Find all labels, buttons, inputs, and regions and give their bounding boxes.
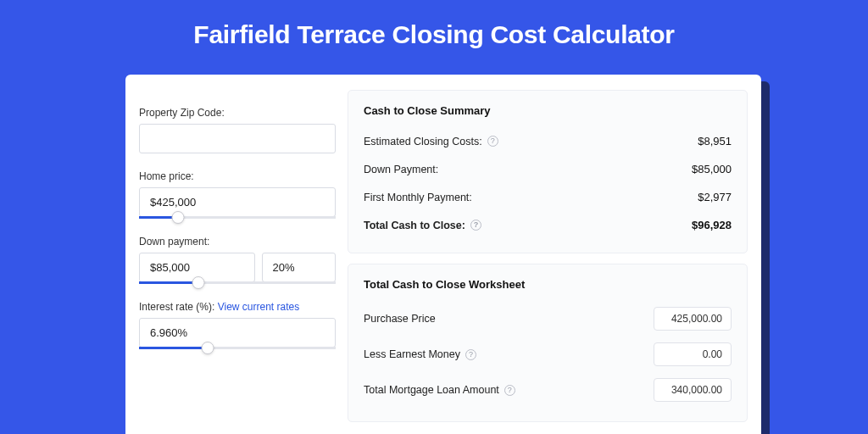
interest-label-text: Interest rate (%):: [139, 301, 218, 313]
summary-title: Cash to Close Summary: [364, 104, 732, 117]
down-payment-pct-input[interactable]: [262, 253, 336, 282]
worksheet-row: Less Earnest Money ?: [364, 337, 732, 372]
view-rates-link[interactable]: View current rates: [218, 301, 300, 313]
worksheet-row: Purchase Price: [364, 301, 732, 337]
results-main: Cash to Close Summary Estimated Closing …: [348, 90, 748, 432]
worksheet-label-text: Purchase Price: [364, 313, 436, 325]
row-label: Down Payment:: [364, 164, 438, 175]
summary-row: First Monthly Payment: $2,977: [364, 183, 732, 211]
help-icon[interactable]: ?: [465, 349, 476, 360]
zip-input[interactable]: [139, 124, 336, 153]
summary-row: Estimated Closing Costs: ? $8,951: [364, 127, 732, 155]
down-payment-label: Down payment:: [139, 236, 336, 248]
worksheet-row: Total Mortgage Loan Amount ?: [364, 372, 732, 408]
calculator-card: Property Zip Code: Home price: Down paym…: [125, 75, 761, 434]
row-label-text: First Monthly Payment:: [364, 192, 472, 203]
interest-input[interactable]: [139, 318, 336, 348]
total-label-text: Total Cash to Close:: [364, 220, 465, 231]
input-sidebar: Property Zip Code: Home price: Down paym…: [139, 90, 336, 432]
home-price-slider[interactable]: [139, 216, 336, 219]
down-payment-row: [139, 253, 336, 282]
home-price-input[interactable]: [139, 187, 336, 217]
worksheet-label-text: Total Mortgage Loan Amount: [364, 384, 499, 396]
zip-field-group: Property Zip Code:: [139, 107, 336, 153]
home-price-label: Home price:: [139, 170, 336, 182]
mortgage-amount-input[interactable]: [654, 378, 732, 402]
total-value: $96,928: [692, 219, 732, 231]
row-value: $85,000: [692, 163, 732, 175]
purchase-price-input[interactable]: [654, 307, 732, 331]
worksheet-section: Total Cash to Close Worksheet Purchase P…: [348, 264, 748, 422]
help-icon[interactable]: ?: [504, 385, 515, 396]
worksheet-label-text: Less Earnest Money: [364, 348, 460, 360]
down-payment-field-group: Down payment:: [139, 236, 336, 284]
interest-slider[interactable]: [139, 347, 336, 349]
interest-label: Interest rate (%): View current rates: [139, 301, 336, 313]
slider-fill: [139, 347, 208, 349]
slider-fill: [139, 281, 198, 284]
row-label-text: Estimated Closing Costs:: [364, 136, 482, 147]
worksheet-label: Purchase Price: [364, 313, 436, 325]
earnest-money-input[interactable]: [654, 342, 732, 366]
row-value: $2,977: [698, 191, 732, 203]
slider-thumb[interactable]: [172, 211, 185, 224]
home-price-field-group: Home price:: [139, 170, 336, 219]
help-icon[interactable]: ?: [470, 220, 481, 231]
zip-label: Property Zip Code:: [139, 107, 336, 119]
summary-section: Cash to Close Summary Estimated Closing …: [348, 90, 748, 253]
row-label: First Monthly Payment:: [364, 192, 472, 203]
slider-thumb[interactable]: [192, 276, 204, 289]
down-payment-slider[interactable]: [139, 281, 336, 284]
summary-total-row: Total Cash to Close: ? $96,928: [364, 211, 732, 239]
worksheet-label: Less Earnest Money ?: [364, 348, 476, 360]
row-label-text: Down Payment:: [364, 164, 438, 175]
page-title: Fairfield Terrace Closing Cost Calculato…: [0, 0, 868, 68]
worksheet-title: Total Cash to Close Worksheet: [364, 278, 732, 291]
help-icon[interactable]: ?: [487, 136, 498, 147]
row-value: $8,951: [698, 135, 732, 147]
row-label: Estimated Closing Costs: ?: [364, 136, 498, 147]
total-label: Total Cash to Close: ?: [364, 220, 481, 231]
slider-thumb[interactable]: [202, 342, 214, 354]
interest-field-group: Interest rate (%): View current rates: [139, 301, 336, 349]
worksheet-label: Total Mortgage Loan Amount ?: [364, 384, 515, 396]
summary-row: Down Payment: $85,000: [364, 155, 732, 183]
